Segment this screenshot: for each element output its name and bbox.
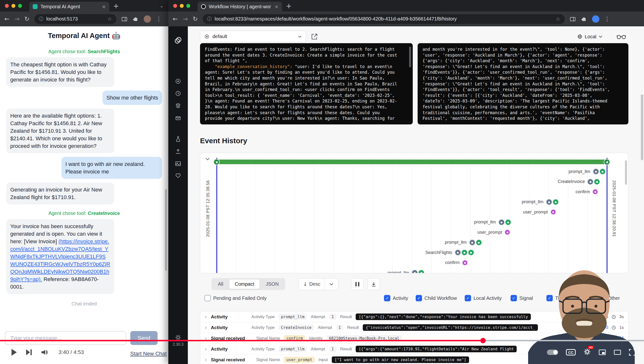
pending-failed-filter[interactable]: Pending and Failed Only xyxy=(204,295,267,301)
macos-window-controls[interactable] xyxy=(173,4,190,8)
timeline-scrollbar[interactable] xyxy=(625,160,627,185)
fullscreen-button[interactable] xyxy=(629,349,636,356)
forward-button[interactable]: → xyxy=(14,15,20,22)
nav-labs-icon[interactable] xyxy=(175,136,181,142)
tab-compact[interactable]: Compact xyxy=(229,279,260,289)
filter-local-activity[interactable]: ✓ Local Activity xyxy=(465,295,502,301)
maximize-window-button[interactable] xyxy=(186,4,190,8)
macos-window-controls[interactable] xyxy=(5,4,22,8)
browser-menu-icon[interactable]: ⋮ xyxy=(156,16,162,22)
workflow-end-marker[interactable]: ◆ xyxy=(604,159,610,165)
download-history-button[interactable] xyxy=(368,278,380,290)
timeline-event[interactable]: confirm ● xyxy=(445,259,468,266)
timeline-event[interactable]: CreateInvoice ◆◆ xyxy=(558,178,600,185)
close-window-button[interactable] xyxy=(5,4,9,8)
sort-order-chevron-icon[interactable] xyxy=(325,278,338,290)
next-video-button[interactable] xyxy=(26,349,32,355)
profile-avatar[interactable] xyxy=(144,15,151,23)
close-window-button[interactable] xyxy=(173,4,177,8)
invoice-link[interactable]: (https://invoice.stripe.com/i/acct_1NBOL… xyxy=(10,238,110,282)
extensions-puzzle-icon[interactable] xyxy=(581,16,587,22)
site-info-icon[interactable]: ⓘ xyxy=(207,16,212,22)
new-tab-button[interactable]: + xyxy=(286,2,292,10)
workflow-result-panel[interactable]: and month you're interested in for the e… xyxy=(418,43,628,124)
nav-batch-operations-icon[interactable] xyxy=(175,102,181,108)
reload-button[interactable]: ↻ xyxy=(24,15,30,22)
collapse-timeline-chevron-icon[interactable] xyxy=(205,156,210,162)
settings-button[interactable]: HD xyxy=(584,348,591,356)
timeline-event[interactable]: prompt_llm ◆◆ xyxy=(474,219,511,226)
site-info-icon[interactable]: ⓘ xyxy=(39,16,44,22)
nav-import-icon[interactable] xyxy=(175,148,181,155)
namespace-select[interactable]: default xyxy=(200,31,306,42)
minimize-window-button[interactable] xyxy=(12,4,15,8)
reload-button[interactable]: ↻ xyxy=(193,15,198,22)
tab-close-icon[interactable]: × xyxy=(102,4,106,10)
extensions-puzzle-icon[interactable] xyxy=(132,16,139,22)
timeline-event[interactable]: confirm ● xyxy=(576,188,598,195)
workflow-start-marker[interactable]: ◆ xyxy=(214,159,220,165)
expand-chevron-icon[interactable]: › xyxy=(205,314,207,320)
miniplayer-button[interactable] xyxy=(599,349,606,356)
send-button[interactable]: Send xyxy=(130,331,158,345)
checkbox-checked[interactable]: ✓ xyxy=(416,295,422,301)
open-in-new-icon[interactable] xyxy=(311,33,318,40)
nav-archival-icon[interactable] xyxy=(175,115,181,121)
cluster-select[interactable]: Local xyxy=(577,33,602,40)
checkbox-checked[interactable]: ✓ xyxy=(465,295,471,301)
nav-support-icon[interactable] xyxy=(175,172,181,179)
filter-activity[interactable]: ✓ Activity xyxy=(384,295,408,301)
checkbox-unchecked[interactable] xyxy=(204,295,211,301)
side-panel-icon[interactable] xyxy=(121,16,128,22)
captions-button[interactable]: CC xyxy=(566,349,576,356)
back-button[interactable]: ← xyxy=(4,15,10,22)
theater-mode-button[interactable] xyxy=(614,349,621,356)
progress-scrubber[interactable] xyxy=(480,338,486,343)
timeline-event[interactable]: prompt_llm ◆◆ xyxy=(388,269,424,273)
address-bar[interactable]: ⓘ localhost:8233/namespaces/default/work… xyxy=(203,14,565,24)
address-bar[interactable]: ⓘ localhost:5173 ☆ xyxy=(34,14,116,24)
forward-button[interactable]: → xyxy=(183,15,188,22)
autoplay-toggle[interactable] xyxy=(547,350,558,355)
back-button[interactable]: ← xyxy=(173,15,178,22)
browser-menu-icon[interactable]: ⋮ xyxy=(604,16,610,22)
volume-button[interactable] xyxy=(41,349,48,355)
timeline-event[interactable]: prompt_llm ◆◆ xyxy=(522,198,559,206)
data-encoder-glasses-icon[interactable] xyxy=(617,34,626,40)
browser-tab[interactable]: Temporal AI Agent × xyxy=(29,2,109,12)
nav-workflows-icon[interactable] xyxy=(175,78,181,84)
tab-search-chevron-icon[interactable]: ⌄ xyxy=(160,3,164,8)
temporal-logo-icon[interactable] xyxy=(174,36,182,44)
panel-scrollbar[interactable] xyxy=(409,46,411,67)
filter-child-workflow[interactable]: ✓ Child Workflow xyxy=(416,295,457,301)
timeline-event[interactable]: user_prompt ● xyxy=(478,229,510,236)
bookmark-star-icon[interactable]: ☆ xyxy=(556,16,560,22)
tab-all[interactable]: All xyxy=(212,279,228,289)
timeline-event[interactable]: SearchFlights ◆◆◆ xyxy=(426,249,474,256)
chat-scrollbar[interactable] xyxy=(165,189,167,271)
pause-updates-button[interactable] xyxy=(351,278,364,290)
nav-feedback-icon[interactable] xyxy=(175,160,181,167)
play-button[interactable] xyxy=(11,349,17,356)
timeline-event[interactable]: prompt_llm ◆◆ xyxy=(445,239,482,246)
side-panel-icon[interactable] xyxy=(570,16,576,22)
profile-avatar[interactable] xyxy=(592,15,599,23)
maximize-window-button[interactable] xyxy=(18,4,22,8)
expand-chevron-icon[interactable]: › xyxy=(205,325,207,330)
checkbox-checked[interactable]: ✓ xyxy=(510,295,517,301)
tab-close-icon[interactable]: × xyxy=(274,4,278,10)
page-scrollbar[interactable] xyxy=(641,94,643,160)
sort-order-button[interactable]: ↓Desc xyxy=(298,278,338,290)
checkbox-checked[interactable]: ✓ xyxy=(384,295,390,301)
minimize-window-button[interactable] xyxy=(180,4,184,8)
workflow-duration-bar[interactable] xyxy=(216,160,607,164)
new-tab-button[interactable]: + xyxy=(113,2,119,10)
video-progress-bar[interactable] xyxy=(0,340,644,341)
bookmark-star-icon[interactable]: ☆ xyxy=(107,16,112,22)
message-input[interactable] xyxy=(5,331,126,345)
browser-tab[interactable]: Workflow History | agent-wor × xyxy=(198,2,282,12)
timeline-event[interactable]: prompt_llm ◆◆ xyxy=(568,168,606,175)
nav-schedules-icon[interactable] xyxy=(175,90,181,96)
timeline-event[interactable]: user_prompt ● xyxy=(523,208,556,216)
tab-json[interactable]: JSON xyxy=(260,279,284,289)
